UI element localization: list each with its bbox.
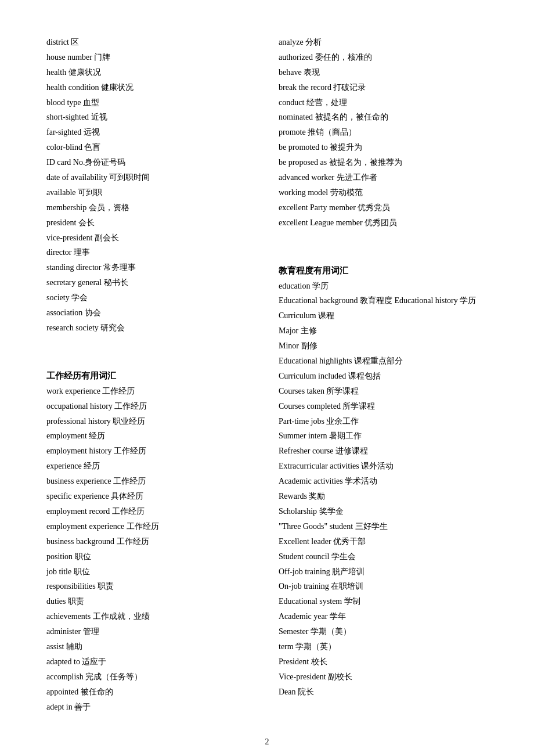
list-item: work experience 工作经历 <box>46 384 255 399</box>
list-item: job title 职位 <box>46 564 255 579</box>
list-item: nominated 被提名的，被任命的 <box>279 110 488 125</box>
list-item: Semester 学期（美） <box>279 624 488 639</box>
list-item: excellent Party member 优秀党员 <box>279 200 488 215</box>
list-item: association 协会 <box>46 305 255 321</box>
list-item: district 区 <box>46 35 255 50</box>
list-item: Extracurricular activities 课外活动 <box>279 459 488 474</box>
list-item: Curriculum included 课程包括 <box>279 369 488 384</box>
list-item: be proposed as 被提名为，被推荐为 <box>279 155 488 170</box>
list-item: Scholarship 奖学金 <box>279 504 488 519</box>
list-item: standing director 常务理事 <box>46 260 255 275</box>
list-item: Rewards 奖励 <box>279 489 488 504</box>
right-column: analyze 分析authorized 委任的，核准的behave 表现bre… <box>279 35 488 714</box>
list-item: employment 经历 <box>46 429 255 444</box>
list-item: employment experience 工作经历 <box>46 519 255 534</box>
list-item: education 学历 <box>279 279 488 294</box>
list-item: director 理事 <box>46 245 255 260</box>
list-item: vice-president 副会长 <box>46 231 255 246</box>
list-item: health 健康状况 <box>46 65 255 80</box>
list-item: experience 经历 <box>46 459 255 474</box>
list-item: assist 辅助 <box>46 639 255 654</box>
list-item: society 学会 <box>46 290 255 305</box>
list-item: Educational system 学制 <box>279 594 488 609</box>
list-item: membership 会员，资格 <box>46 200 255 215</box>
list-item: accomplish 完成（任务等） <box>46 669 255 685</box>
list-item: responsibilities 职责 <box>46 579 255 594</box>
list-item: appointed 被任命的 <box>46 685 255 700</box>
list-item: ID card No.身份证号码 <box>46 155 255 170</box>
list-item: color-blind 色盲 <box>46 140 255 155</box>
list-item: Part-time jobs 业余工作 <box>279 414 488 429</box>
list-item: term 学期（英） <box>279 639 488 654</box>
list-item: Academic year 学年 <box>279 609 488 624</box>
list-item: excellent League member 优秀团员 <box>279 215 488 231</box>
work-items: work experience 工作经历occupational history… <box>46 384 255 715</box>
list-item: break the record 打破记录 <box>279 80 488 95</box>
list-item: date of availability 可到职时间 <box>46 170 255 185</box>
edu-items: education 学历Educational background 教育程度 … <box>279 279 488 700</box>
list-item: achievements 工作成就，业绩 <box>46 609 255 624</box>
list-item: Off-job training 脱产培训 <box>279 564 488 579</box>
list-item: Educational highlights 课程重点部分 <box>279 354 488 369</box>
list-item: Curriculum 课程 <box>279 308 488 323</box>
page-container: district 区house number 门牌health 健康状况heal… <box>46 35 488 714</box>
left-column: district 区house number 门牌health 健康状况heal… <box>46 35 255 714</box>
edu-section-title: 教育程度有用词汇 <box>279 265 488 276</box>
list-item: working model 劳动模范 <box>279 185 488 200</box>
list-item: Courses completed 所学课程 <box>279 399 488 414</box>
list-item: administer 管理 <box>46 624 255 639</box>
list-item: available 可到职 <box>46 185 255 200</box>
work-section-title: 工作经历有用词汇 <box>46 370 255 381</box>
list-item: Summer intern 暑期工作 <box>279 429 488 444</box>
list-item: secretary general 秘书长 <box>46 275 255 290</box>
list-item: employment history 工作经历 <box>46 444 255 459</box>
list-item: Academic activities 学术活动 <box>279 474 488 489</box>
list-item: professional history 职业经历 <box>46 414 255 429</box>
list-item: Refresher course 进修课程 <box>279 444 488 459</box>
list-item: Major 主修 <box>279 323 488 339</box>
list-item: advanced worker 先进工作者 <box>279 170 488 185</box>
list-item: authorized 委任的，核准的 <box>279 50 488 65</box>
list-item: Courses taken 所学课程 <box>279 384 488 399</box>
right-top-items: analyze 分析authorized 委任的，核准的behave 表现bre… <box>279 35 488 231</box>
list-item: position 职位 <box>46 549 255 564</box>
list-item: Educational background 教育程度 Educational … <box>279 293 488 308</box>
list-item: blood type 血型 <box>46 95 255 110</box>
list-item: research society 研究会 <box>46 321 255 336</box>
list-item: Excellent leader 优秀干部 <box>279 534 488 549</box>
list-item: president 会长 <box>46 215 255 231</box>
list-item: health condition 健康状况 <box>46 80 255 95</box>
list-item: specific experience 具体经历 <box>46 489 255 504</box>
list-item: Dean 院长 <box>279 685 488 700</box>
list-item: occupational history 工作经历 <box>46 399 255 414</box>
list-item: adapted to 适应于 <box>46 654 255 669</box>
list-item: business experience 工作经历 <box>46 474 255 489</box>
list-item: house number 门牌 <box>46 50 255 65</box>
list-item: President 校长 <box>279 654 488 669</box>
list-item: conduct 经营，处理 <box>279 95 488 110</box>
list-item: adept in 善于 <box>46 700 255 715</box>
page-number: 2 <box>46 737 488 747</box>
list-item: employment record 工作经历 <box>46 504 255 519</box>
list-item: behave 表现 <box>279 65 488 80</box>
list-item: On-job training 在职培训 <box>279 579 488 594</box>
list-item: analyze 分析 <box>279 35 488 50</box>
list-item: short-sighted 近视 <box>46 110 255 125</box>
list-item: Minor 副修 <box>279 339 488 354</box>
list-item: Vice-president 副校长 <box>279 669 488 685</box>
list-item: duties 职责 <box>46 594 255 609</box>
list-item: "Three Goods" student 三好学生 <box>279 519 488 534</box>
list-item: be promoted to 被提升为 <box>279 140 488 155</box>
list-item: business background 工作经历 <box>46 534 255 549</box>
list-item: far-sighted 远视 <box>46 125 255 140</box>
list-item: promote 推销（商品） <box>279 125 488 140</box>
left-top-items: district 区house number 门牌health 健康状况heal… <box>46 35 255 336</box>
list-item: Student council 学生会 <box>279 549 488 564</box>
